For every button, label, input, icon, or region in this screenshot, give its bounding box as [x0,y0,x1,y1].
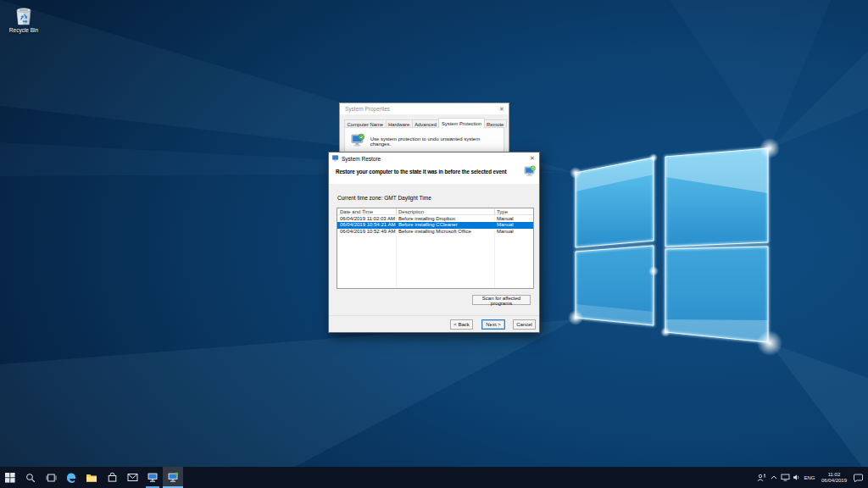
system-restore-titlebar-icon [332,155,339,162]
clock-time: 11:02 [821,472,847,478]
people-tray-button[interactable] [755,467,768,488]
display-icon [781,474,790,481]
mail-icon [127,473,138,482]
file-explorer-button[interactable] [81,467,102,488]
timezone-label: Current time zone: GMT Daylight Time [337,195,431,201]
action-center-icon [854,474,863,482]
sort-indicator-icon: ▴ [363,208,364,212]
speaker-icon [793,474,800,481]
system-properties-app-icon [147,472,159,483]
taskbar-spacer [183,467,755,488]
task-view-button[interactable] [41,467,61,488]
system-restore-window[interactable]: System Restore ✕ Restore your computer t… [328,152,540,333]
windows-logo-icon [5,473,15,483]
system-protection-icon [350,133,365,148]
cell-datetime: 06/04/2019 11:02:03 AM [340,216,395,222]
back-button[interactable]: < Back [450,319,473,330]
volume-tray-button[interactable] [791,467,801,488]
table-row-selected[interactable]: 06/04/2019 10:54:21 AM Before installing… [337,222,533,228]
system-protection-description: Use system protection to undo unwanted s… [370,133,500,147]
cell-datetime: 06/04/2019 10:54:21 AM [340,222,395,228]
search-icon [25,473,36,483]
tray-overflow-button[interactable] [768,467,779,488]
system-tray: ENG 11:02 06/04/2019 [755,467,868,488]
system-restore-taskbar-button[interactable] [163,467,183,488]
cell-datetime: 06/04/2019 10:52:49 AM [340,229,395,235]
footer-divider [329,315,539,316]
taskbar: ENG 11:02 06/04/2019 [0,467,868,488]
cell-description: Before installing Dropbox [398,216,455,222]
tab-system-protection[interactable]: System Protection [438,118,484,128]
column-separator[interactable] [396,208,397,215]
store-icon [107,472,118,483]
next-button[interactable]: Next > [481,319,505,330]
cell-description: Before installing CCleaner [398,222,458,228]
system-properties-close-icon[interactable]: ✕ [495,103,509,115]
column-type[interactable]: Type [497,209,508,214]
action-center-button[interactable] [850,467,865,488]
system-restore-title: System Restore [342,156,381,162]
taskbar-clock[interactable]: 11:02 06/04/2019 [818,467,850,488]
edge-icon [65,472,77,484]
people-icon [757,474,766,482]
system-properties-title: System Properties [345,106,390,112]
system-properties-taskbar-button[interactable] [142,467,163,488]
recycle-bin-label: Recycle Bin [3,27,44,33]
mail-button[interactable] [122,467,142,488]
start-button[interactable] [0,467,20,488]
table-header: Date and Time ▴ Description Type [337,208,533,215]
search-button[interactable] [20,467,41,488]
cell-type: Manual [497,222,514,228]
system-properties-window[interactable]: System Properties ✕ Computer Name Hardwa… [339,103,509,155]
desktop: Recycle Bin System Properties ✕ Computer… [0,0,868,488]
recycle-bin[interactable]: Recycle Bin [3,4,44,33]
column-separator[interactable] [494,208,495,215]
cell-type: Manual [497,229,514,235]
system-restore-close-icon[interactable]: ✕ [526,152,539,164]
task-view-icon [46,473,57,483]
file-explorer-icon [86,473,97,483]
display-tray-button[interactable] [779,467,791,488]
cell-type: Manual [497,216,514,222]
recycle-bin-icon [13,4,35,26]
column-description[interactable]: Description [398,209,424,214]
system-restore-header: Restore your computer to the state it wa… [329,164,539,184]
chevron-up-icon [771,475,777,480]
restore-points-table[interactable]: Date and Time ▴ Description Type 06/04/2… [337,208,534,289]
system-restore-titlebar[interactable]: System Restore ✕ [329,152,539,164]
table-rows: 06/04/2019 11:02:03 AM Before installing… [337,216,533,235]
column-date-and-time[interactable]: Date and Time [340,209,373,214]
table-row[interactable]: 06/04/2019 10:52:49 AM Before installing… [337,229,533,235]
store-button[interactable] [102,467,122,488]
system-restore-heading: Restore your computer to the state it wa… [336,169,507,175]
language-indicator[interactable]: ENG [801,467,818,488]
clock-date: 06/04/2019 [821,478,847,484]
cell-description: Before installing Microsoft Office [398,229,471,235]
edge-button[interactable] [61,467,81,488]
system-restore-body: Current time zone: GMT Daylight Time Dat… [329,184,539,332]
cancel-button[interactable]: Cancel [513,319,536,330]
system-restore-app-icon [167,472,179,483]
scan-affected-programs-button[interactable]: Scan for affected programs [472,295,531,305]
system-restore-icon [524,165,536,178]
system-properties-titlebar[interactable]: System Properties ✕ [340,103,509,114]
table-row[interactable]: 06/04/2019 11:02:03 AM Before installing… [337,216,533,222]
